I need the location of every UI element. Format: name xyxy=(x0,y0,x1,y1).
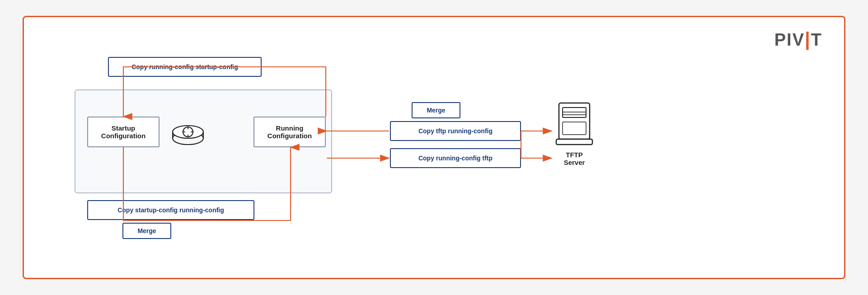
router-icon xyxy=(168,112,208,153)
tftp-top-cmd-label: Copy tftp running-config xyxy=(418,127,493,135)
svg-rect-19 xyxy=(556,139,592,145)
tftp-merge-label: Merge xyxy=(427,107,445,114)
startup-config-box: Startup Configuration xyxy=(87,117,160,147)
startup-config-label: Startup Configuration xyxy=(101,124,145,140)
tftp-top-cmd-box: Copy tftp running-config xyxy=(390,121,521,141)
tftp-bottom-cmd-box: Copy running-config tftp xyxy=(390,148,521,168)
tftp-server-label: TFTP Server xyxy=(564,151,585,166)
bottom-merge-box: Merge xyxy=(122,223,171,239)
svg-rect-14 xyxy=(559,103,590,139)
logo: PIV|T xyxy=(774,30,822,50)
bottom-cmd-label: Copy startup-config running-config xyxy=(117,206,224,214)
top-cmd-label: Copy running-config startup-config xyxy=(131,63,238,70)
tftp-merge-box: Merge xyxy=(412,102,460,118)
diagram-container: PIV|T Startup Configuration Running Conf… xyxy=(23,16,845,279)
bottom-merge-label: Merge xyxy=(137,227,156,234)
logo-text: PIV|T xyxy=(774,30,822,50)
tftp-server: TFTP Server xyxy=(552,98,597,171)
bottom-cmd-box: Copy startup-config running-config xyxy=(87,200,254,220)
running-config-box: Running Configuration xyxy=(253,117,326,147)
tftp-bottom-cmd-label: Copy running-config tftp xyxy=(418,155,493,162)
top-cmd-box: Copy running-config startup-config xyxy=(108,57,262,77)
running-config-label: Running Configuration xyxy=(267,124,312,140)
tftp-server-svg xyxy=(554,98,594,148)
